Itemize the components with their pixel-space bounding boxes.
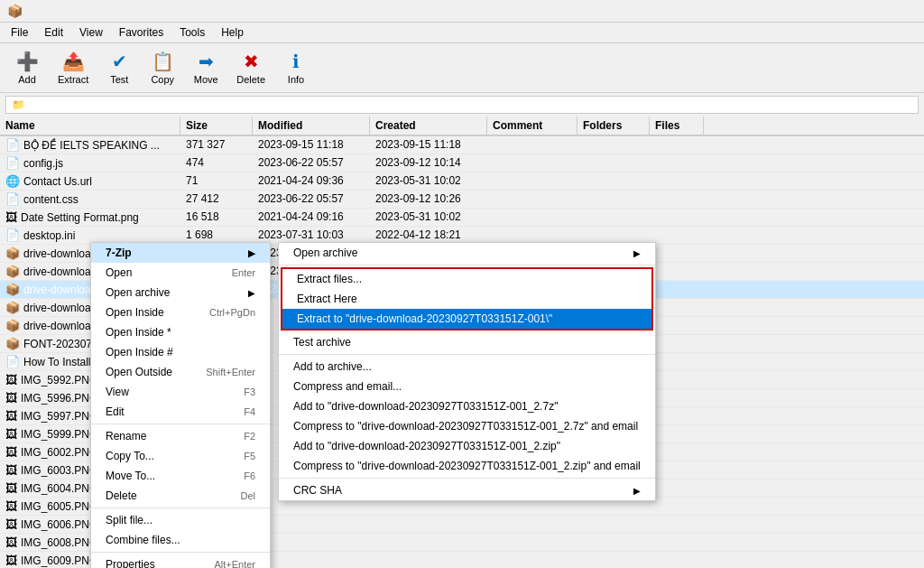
file-icon: 📦 bbox=[5, 283, 20, 296]
file-name-cell: 🖼 Date Setting Format.png bbox=[0, 209, 180, 226]
submenu-item[interactable]: Extract files... bbox=[282, 269, 651, 289]
menu-item-file[interactable]: File bbox=[4, 24, 35, 41]
context-menu-label: View bbox=[106, 386, 129, 398]
submenu-item[interactable]: CRC SHA▶ bbox=[279, 480, 655, 500]
context-menu-7zip-header[interactable]: 7-Zip▶ bbox=[91, 243, 270, 263]
file-icon: 🖼 bbox=[5, 535, 17, 549]
context-menu-item[interactable]: EditF4 bbox=[91, 402, 270, 422]
table-row[interactable]: 📄 config.js 474 2023-06-22 05:57 2023-09… bbox=[0, 154, 924, 172]
file-folders bbox=[578, 209, 650, 226]
toolbar-btn-delete[interactable]: ✖Delete bbox=[229, 47, 273, 88]
file-name: config.js bbox=[23, 157, 63, 170]
context-menu-item[interactable]: DeleteDel bbox=[91, 486, 270, 506]
submenu-item-label: Add to archive... bbox=[293, 360, 372, 373]
file-size: 16 518 bbox=[180, 209, 253, 226]
submenu-item-label: Extract to "drive-download-20230927T0331… bbox=[297, 312, 552, 325]
menu-item-tools[interactable]: Tools bbox=[172, 24, 212, 41]
col-files[interactable]: Files bbox=[650, 116, 704, 135]
extract-group: Extract files...Extract HereExtract to "… bbox=[281, 267, 653, 331]
menu-item-favorites[interactable]: Favorites bbox=[112, 24, 171, 41]
col-comment[interactable]: Comment bbox=[487, 116, 578, 135]
file-files bbox=[650, 299, 704, 316]
context-menu-label: Rename bbox=[106, 430, 146, 442]
toolbar-label-copy: Copy bbox=[151, 74, 174, 85]
context-menu-label: Edit bbox=[106, 405, 125, 418]
submenu-item-label: Test archive bbox=[293, 336, 351, 349]
submenu-item[interactable]: Add to "drive-download-20230927T033151Z-… bbox=[279, 436, 655, 456]
context-menu-shortcut: Ctrl+PgDn bbox=[209, 307, 255, 318]
toolbar-icon-add: ➕ bbox=[16, 51, 39, 72]
file-files bbox=[650, 425, 704, 442]
file-name: desktop.ini bbox=[23, 229, 75, 242]
col-folders[interactable]: Folders bbox=[578, 116, 650, 135]
context-menu-item[interactable]: Open OutsideShift+Enter bbox=[91, 362, 270, 382]
file-files bbox=[650, 389, 704, 406]
submenu-arrow-icon: ▶ bbox=[633, 248, 641, 258]
col-size[interactable]: Size bbox=[180, 116, 253, 135]
context-menu-label: Combine files... bbox=[106, 534, 180, 546]
context-menu-label: Delete bbox=[106, 489, 137, 502]
context-menu-item[interactable]: Open Inside * bbox=[91, 322, 270, 342]
context-menu-shortcut: F6 bbox=[244, 470, 255, 481]
context-menu-label: Move To... bbox=[106, 470, 155, 482]
file-icon: 📄 bbox=[5, 192, 20, 206]
col-name[interactable]: Name bbox=[0, 116, 180, 135]
context-menu-item[interactable]: Open Inside # bbox=[91, 342, 270, 362]
address-bar[interactable]: 📁 bbox=[5, 96, 919, 114]
table-row[interactable]: 📄 BỘ ĐỀ IELTS SPEAKING ... 371 327 2023-… bbox=[0, 136, 924, 154]
file-folders bbox=[578, 552, 650, 567]
submenu-item[interactable]: Open archive▶ bbox=[279, 243, 655, 263]
col-created[interactable]: Created bbox=[370, 116, 487, 135]
submenu-item[interactable]: Extract Here bbox=[282, 289, 651, 309]
file-icon: 📦 bbox=[5, 247, 20, 260]
file-name: IMG_6005.PNG bbox=[21, 500, 97, 513]
file-files bbox=[650, 498, 704, 515]
context-menu-item[interactable]: Copy To...F5 bbox=[91, 446, 270, 466]
table-row[interactable]: 🖼 Date Setting Format.png 16 518 2021-04… bbox=[0, 209, 924, 227]
toolbar-label-info: Info bbox=[288, 74, 304, 85]
toolbar-btn-extract[interactable]: 📤Extract bbox=[51, 47, 96, 88]
menu-item-help[interactable]: Help bbox=[214, 24, 251, 41]
submenu-item[interactable]: Compress to "drive-download-20230927T033… bbox=[279, 416, 655, 436]
menu-item-view[interactable]: View bbox=[72, 24, 110, 41]
context-menu-item[interactable]: ViewF3 bbox=[91, 382, 270, 402]
context-menu-item[interactable]: Split file... bbox=[91, 510, 270, 530]
context-menu-item[interactable]: RenameF2 bbox=[91, 426, 270, 446]
file-icon: 🖼 bbox=[5, 481, 17, 495]
table-row[interactable]: 📄 content.css 27 412 2023-06-22 05:57 20… bbox=[0, 191, 924, 209]
submenu-item-label: CRC SHA bbox=[293, 484, 342, 497]
table-row[interactable]: 🌐 Contact Us.url 71 2021-04-24 09:36 202… bbox=[0, 172, 924, 191]
file-icon: 📦 bbox=[5, 301, 20, 314]
submenu-item[interactable]: Compress and email... bbox=[279, 377, 655, 396]
toolbar-btn-info[interactable]: ℹInfo bbox=[276, 47, 316, 88]
context-menu-item[interactable]: Open archive▶ bbox=[91, 283, 270, 303]
context-menu-item[interactable]: Move To...F6 bbox=[91, 466, 270, 486]
submenu-item[interactable]: Add to archive... bbox=[279, 357, 655, 377]
toolbar-btn-add[interactable]: ➕Add bbox=[7, 47, 47, 88]
submenu-separator bbox=[279, 478, 655, 479]
toolbar-btn-copy[interactable]: 📋Copy bbox=[143, 47, 182, 88]
submenu-item-label: Extract files... bbox=[297, 273, 362, 285]
file-files bbox=[650, 136, 704, 154]
submenu-item[interactable]: Add to "drive-download-20230927T033151Z-… bbox=[279, 396, 655, 416]
file-files bbox=[650, 516, 704, 533]
col-modified[interactable]: Modified bbox=[253, 116, 370, 135]
submenu-item[interactable]: Compress to "drive-download-20230927T033… bbox=[279, 456, 655, 476]
context-menu-item[interactable]: OpenEnter bbox=[91, 263, 270, 283]
context-menu-item[interactable]: Combine files... bbox=[91, 530, 270, 550]
file-files bbox=[650, 154, 704, 172]
context-menu-item[interactable]: PropertiesAlt+Enter bbox=[91, 554, 270, 568]
menu-item-edit[interactable]: Edit bbox=[37, 24, 70, 41]
submenu-arrow: ▶ bbox=[248, 248, 255, 258]
toolbar-btn-move[interactable]: ➡Move bbox=[186, 47, 226, 88]
file-name-cell: 🌐 Contact Us.url bbox=[0, 172, 180, 190]
file-comment bbox=[487, 136, 578, 154]
7zip-label: 7-Zip bbox=[106, 247, 132, 259]
file-name: BỘ ĐỀ IELTS SPEAKING ... bbox=[23, 139, 160, 152]
file-files bbox=[650, 245, 704, 262]
toolbar-btn-test[interactable]: ✔Test bbox=[99, 47, 139, 88]
context-menu-label: Open Outside bbox=[106, 366, 172, 378]
context-menu-item[interactable]: Open InsideCtrl+PgDn bbox=[91, 303, 270, 322]
submenu-item[interactable]: Extract to "drive-download-20230927T0331… bbox=[282, 309, 651, 329]
submenu-item[interactable]: Test archive bbox=[279, 332, 655, 352]
